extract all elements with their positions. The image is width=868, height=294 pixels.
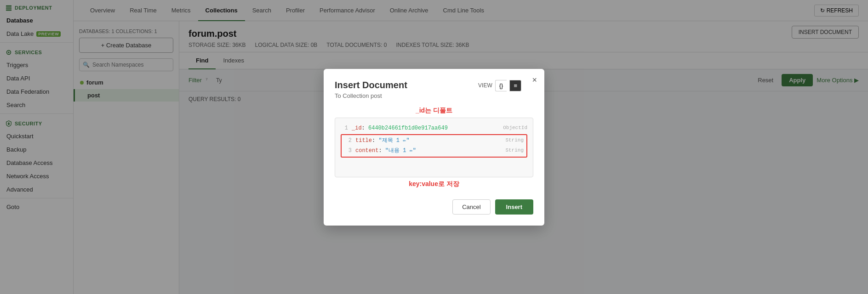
view-list-button[interactable]: ≡ [509,80,521,91]
right-section: forum.post STORAGE SIZE: 36KB LOGICAL DA… [179,21,868,294]
main-content: Overview Real Time Metrics Collections S… [74,0,868,294]
doc-type-string-content: String [505,146,524,155]
modal-close-button[interactable]: × [532,75,537,85]
modal-subtitle: To Collection post [335,92,533,99]
insert-button[interactable]: Insert [495,199,533,215]
doc-type-string-title: String [505,136,524,145]
document-editor[interactable]: 1 _id: 6440b24661fb1d0e917aa649 ObjectId [335,118,533,177]
content-area: DATABASES: 1 COLLECTIONS: 1 + Create Dat… [74,21,868,294]
annotation-kv: key:value로 저장 [335,180,533,188]
doc-type-objectid: ObjectId [503,124,527,133]
modal-overlay[interactable]: × Insert Document To Collection post VIE… [179,21,868,294]
modal-footer: Cancel Insert [335,199,533,215]
insert-document-modal: × Insert Document To Collection post VIE… [324,69,544,226]
cancel-button[interactable]: Cancel [452,199,490,215]
view-toggle-container: VIEW {} ≡ [478,80,521,91]
doc-line-2: 2 title: "제목 1 ✏" String [344,136,524,146]
view-json-button[interactable]: {} [495,80,507,91]
highlighted-lines: 2 title: "제목 1 ✏" String 3 [341,134,527,158]
doc-line-3: 3 content: "내용 1 ✏" String [344,146,524,156]
annotation-id: _id는 디폴트 [335,107,533,115]
document-editor-area: 1 _id: 6440b24661fb1d0e917aa649 ObjectId [335,118,533,177]
doc-line-1: 1 _id: 6440b24661fb1d0e917aa649 ObjectId [341,124,527,134]
view-label: VIEW [478,82,492,89]
